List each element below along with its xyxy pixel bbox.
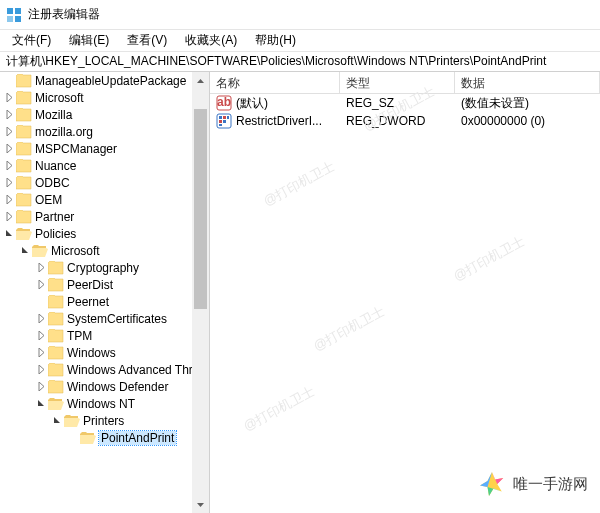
tree-item[interactable]: Microsoft: [0, 242, 209, 259]
value-row[interactable]: RestrictDriverI...REG_DWORD0x00000000 (0…: [210, 112, 600, 130]
folder-icon: [48, 295, 64, 309]
folder-icon: [80, 431, 96, 445]
tree-item[interactable]: Policies: [0, 225, 209, 242]
chevron-down-icon[interactable]: [34, 397, 48, 411]
tree-item[interactable]: Peernet: [0, 293, 209, 310]
tree-item[interactable]: ManageableUpdatePackage: [0, 72, 209, 89]
tree-item[interactable]: ODBC: [0, 174, 209, 191]
tree-item-label: Windows: [67, 346, 116, 360]
chevron-right-icon[interactable]: [2, 125, 16, 139]
column-header-data[interactable]: 数据: [455, 72, 600, 93]
column-header-name[interactable]: 名称: [210, 72, 340, 93]
scrollbar-up-button[interactable]: [192, 72, 209, 89]
tree-item-label: PeerDist: [67, 278, 113, 292]
folder-icon: [16, 91, 32, 105]
chevron-down-icon[interactable]: [50, 414, 64, 428]
folder-icon: [48, 278, 64, 292]
value-name: (默认): [236, 95, 268, 112]
tree-item[interactable]: Mozilla: [0, 106, 209, 123]
tree-item[interactable]: mozilla.org: [0, 123, 209, 140]
tree-item[interactable]: Partner: [0, 208, 209, 225]
chevron-right-icon[interactable]: [34, 261, 48, 275]
menu-help[interactable]: 帮助(H): [247, 30, 304, 51]
tree-item[interactable]: Windows Defender: [0, 378, 209, 395]
chevron-right-icon[interactable]: [2, 159, 16, 173]
tree-item[interactable]: MSPCManager: [0, 140, 209, 157]
tree-item[interactable]: Windows NT: [0, 395, 209, 412]
tree-item[interactable]: TPM: [0, 327, 209, 344]
tree-item-label: Windows Advanced Threat Protection: [67, 363, 209, 377]
values-body: ab(默认)REG_SZ(数值未设置)RestrictDriverI...REG…: [210, 94, 600, 513]
svg-rect-10: [219, 120, 222, 123]
scrollbar-thumb[interactable]: [194, 109, 207, 309]
tree-item-label: ManageableUpdatePackage: [35, 74, 186, 88]
tree-item[interactable]: SystemCertificates: [0, 310, 209, 327]
tree-item-label: OEM: [35, 193, 62, 207]
chevron-right-icon[interactable]: [2, 193, 16, 207]
folder-icon: [48, 312, 64, 326]
tree-scroll[interactable]: ManageableUpdatePackageMicrosoftMozillam…: [0, 72, 209, 513]
value-data: 0x00000000 (0): [455, 114, 600, 128]
folder-icon: [16, 125, 32, 139]
content: ManageableUpdatePackageMicrosoftMozillam…: [0, 72, 600, 513]
folder-icon: [48, 380, 64, 394]
chevron-right-icon[interactable]: [2, 91, 16, 105]
tree-item[interactable]: Microsoft: [0, 89, 209, 106]
menu-file[interactable]: 文件(F): [4, 30, 59, 51]
value-type: REG_SZ: [340, 96, 455, 110]
tree-item-label: Microsoft: [35, 91, 84, 105]
folder-icon: [32, 244, 48, 258]
folder-icon: [16, 176, 32, 190]
chevron-right-icon[interactable]: [34, 363, 48, 377]
folder-icon: [48, 397, 64, 411]
folder-icon: [48, 261, 64, 275]
chevron-right-icon[interactable]: [34, 329, 48, 343]
svg-rect-9: [227, 116, 229, 119]
tree-item-label: TPM: [67, 329, 92, 343]
menu-edit[interactable]: 编辑(E): [61, 30, 117, 51]
scrollbar-down-button[interactable]: [192, 496, 209, 513]
svg-rect-8: [223, 116, 226, 119]
tree-item[interactable]: PointAndPrint: [0, 429, 209, 446]
tree-item-label: Policies: [35, 227, 76, 241]
tree-item[interactable]: Windows Advanced Threat Protection: [0, 361, 209, 378]
value-name: RestrictDriverI...: [236, 114, 322, 128]
tree-item-label: Printers: [83, 414, 124, 428]
chevron-down-icon[interactable]: [18, 244, 32, 258]
tree-item[interactable]: Printers: [0, 412, 209, 429]
tree-item-label: mozilla.org: [35, 125, 93, 139]
value-row[interactable]: ab(默认)REG_SZ(数值未设置): [210, 94, 600, 112]
chevron-right-icon[interactable]: [34, 346, 48, 360]
chevron-right-icon[interactable]: [34, 312, 48, 326]
tree-item[interactable]: Nuance: [0, 157, 209, 174]
tree-item[interactable]: Windows: [0, 344, 209, 361]
chevron-right-icon[interactable]: [34, 278, 48, 292]
chevron-right-icon[interactable]: [2, 176, 16, 190]
tree-item[interactable]: Cryptography: [0, 259, 209, 276]
chevron-right-icon[interactable]: [2, 142, 16, 156]
scrollbar-track[interactable]: [192, 89, 209, 496]
chevron-right-icon[interactable]: [2, 210, 16, 224]
column-header-type[interactable]: 类型: [340, 72, 455, 93]
chevron-right-icon[interactable]: [2, 108, 16, 122]
chevron-right-icon[interactable]: [34, 380, 48, 394]
folder-icon: [16, 108, 32, 122]
tree-item-label: Windows NT: [67, 397, 135, 411]
chevron-down-icon[interactable]: [2, 227, 16, 241]
tree-item-label: SystemCertificates: [67, 312, 167, 326]
value-data: (数值未设置): [455, 95, 600, 112]
value-type: REG_DWORD: [340, 114, 455, 128]
tree-item[interactable]: PeerDist: [0, 276, 209, 293]
menu-view[interactable]: 查看(V): [119, 30, 175, 51]
string-value-icon: ab: [216, 95, 232, 111]
tree-scrollbar[interactable]: [192, 72, 209, 513]
address-bar[interactable]: 计算机\HKEY_LOCAL_MACHINE\SOFTWARE\Policies…: [0, 52, 600, 72]
window-title: 注册表编辑器: [28, 6, 100, 23]
svg-rect-7: [219, 116, 222, 119]
titlebar: 注册表编辑器: [0, 0, 600, 30]
tree-item[interactable]: OEM: [0, 191, 209, 208]
expander-spacer: [34, 295, 48, 309]
menu-favorites[interactable]: 收藏夹(A): [177, 30, 245, 51]
svg-rect-1: [15, 8, 21, 14]
tree-item-label: Windows Defender: [67, 380, 168, 394]
